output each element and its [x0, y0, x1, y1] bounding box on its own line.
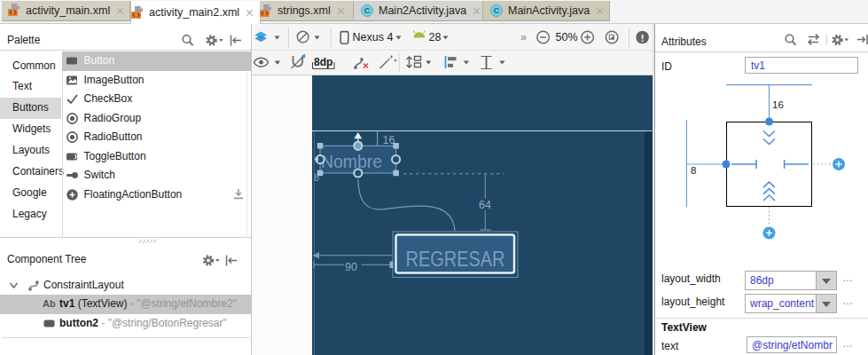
svg-text:90: 90 [345, 261, 357, 273]
svg-text:16: 16 [383, 134, 395, 146]
svg-text:!: ! [641, 33, 645, 43]
svg-text:28: 28 [429, 31, 442, 43]
svg-text:8dp: 8dp [314, 56, 332, 68]
svg-text:64: 64 [479, 199, 491, 211]
svg-text:»: » [520, 31, 527, 43]
svg-text:50%: 50% [556, 31, 578, 43]
svg-text:8: 8 [691, 165, 696, 176]
svg-text:Nombre: Nombre [321, 151, 382, 171]
svg-text:16: 16 [772, 99, 784, 110]
svg-text:REGRESAR: REGRESAR [406, 247, 505, 271]
svg-text:Nexus 4: Nexus 4 [353, 31, 394, 43]
